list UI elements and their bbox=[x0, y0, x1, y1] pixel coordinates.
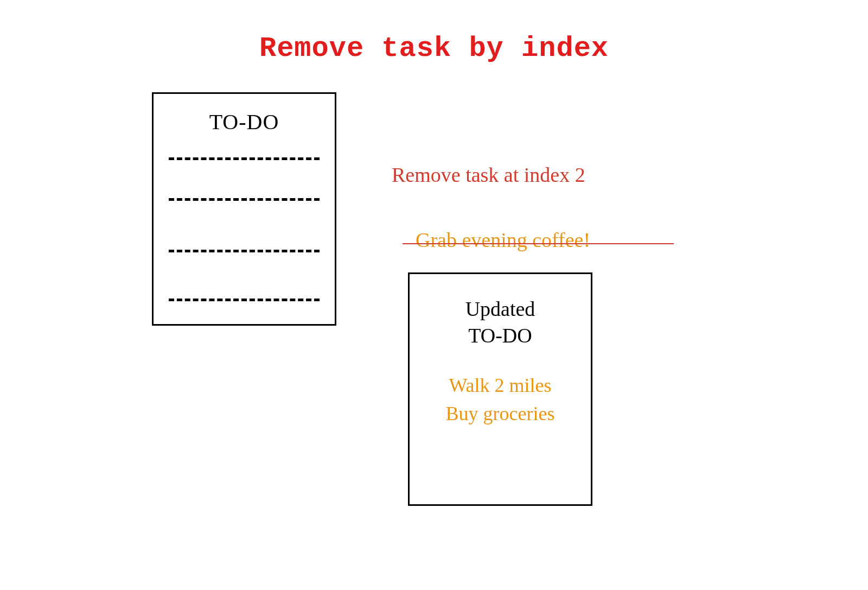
original-todo-heading: TO-DO bbox=[154, 109, 335, 135]
todo-placeholder-line bbox=[169, 198, 320, 201]
updated-todo-item: Buy groceries bbox=[446, 403, 555, 424]
updated-todo-box: Updated TO-DO Walk 2 miles Buy groceries bbox=[408, 272, 592, 506]
page-title: Remove task by index bbox=[0, 33, 868, 65]
todo-placeholder-line bbox=[169, 299, 320, 301]
updated-todo-items: Walk 2 miles Buy groceries bbox=[410, 371, 591, 428]
strikethrough-line bbox=[403, 243, 674, 244]
remove-instruction-text: Remove task at index 2 bbox=[392, 163, 585, 187]
removed-task-text: Grab evening coffee! bbox=[416, 228, 590, 252]
updated-todo-heading: Updated TO-DO bbox=[410, 296, 591, 350]
original-todo-box: TO-DO bbox=[152, 92, 336, 326]
updated-heading-line-1: Updated bbox=[465, 297, 535, 320]
updated-heading-line-2: TO-DO bbox=[468, 324, 532, 347]
updated-todo-item: Walk 2 miles bbox=[449, 375, 551, 396]
diagram-canvas: Remove task by index TO-DO Remove task a… bbox=[0, 0, 868, 590]
todo-placeholder-line bbox=[169, 250, 320, 252]
todo-placeholder-line bbox=[169, 157, 320, 160]
